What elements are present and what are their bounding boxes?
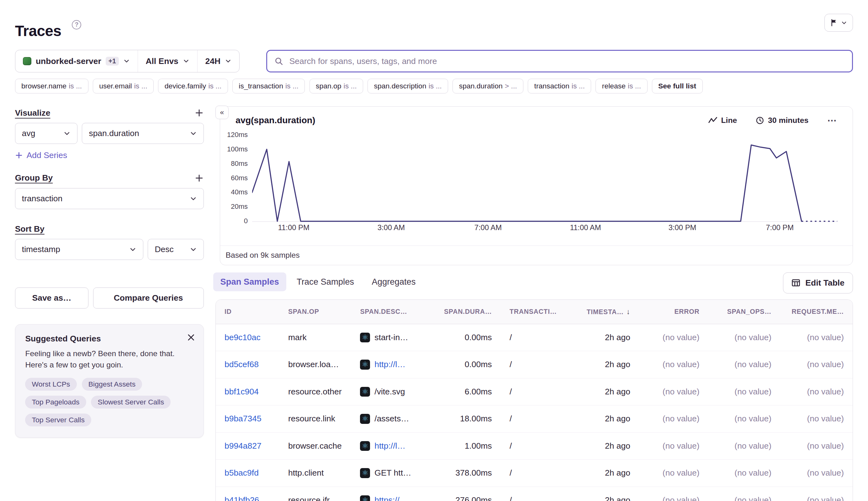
filter-chip-span.op[interactable]: span.opis ... <box>309 79 363 94</box>
edit-table-button[interactable]: Edit Table <box>783 273 853 294</box>
filter-chip-op: is ... <box>344 82 357 90</box>
table-row: b9ba7345resource.link⚛/assets…18.00ms/2h… <box>216 405 853 433</box>
cell-timestamp: 2h ago <box>573 333 639 342</box>
field-select[interactable]: span.duration <box>82 123 203 144</box>
column-header-span-op[interactable]: SPAN.OP <box>279 308 351 316</box>
timestamp-text[interactable]: 2h ago <box>605 441 630 451</box>
span-id-link[interactable]: b5bac9fd <box>224 468 259 478</box>
project-selector[interactable]: unborked-server +1 <box>15 50 138 72</box>
filter-chip-key: transaction <box>534 82 570 90</box>
timestamp-text[interactable]: 2h ago <box>605 387 630 397</box>
suggested-query-chip[interactable]: Top Pageloads <box>25 396 86 408</box>
filter-chip-is_transaction[interactable]: is_transactionis ... <box>232 79 305 94</box>
filter-chip-transaction[interactable]: transactionis ... <box>528 79 591 94</box>
cell-span-duration: 378.00ms <box>426 468 501 478</box>
chart-type-button[interactable]: Line <box>705 115 740 125</box>
filter-chip-user.email[interactable]: user.emailis ... <box>93 79 154 94</box>
column-header-span-dura-[interactable]: SPAN.DURA… <box>426 308 501 316</box>
sort-desc-icon[interactable]: ↓ <box>626 308 630 316</box>
add-visualize-button[interactable] <box>195 108 203 117</box>
column-header-request-me-[interactable]: REQUEST.ME… <box>780 308 853 316</box>
cell-span-duration: 0.00ms <box>426 333 501 342</box>
date-range-label: 24H <box>205 56 221 66</box>
span-description-text[interactable]: http://l… <box>374 360 405 369</box>
suggested-query-chip[interactable]: Slowest Server Calls <box>91 396 171 408</box>
timestamp-text[interactable]: 2h ago <box>605 360 630 369</box>
chevron-down-icon <box>841 20 847 26</box>
span-description-text[interactable]: http://l… <box>374 441 405 451</box>
field-value: span.duration <box>89 129 139 138</box>
timestamp-text[interactable]: 2h ago <box>605 495 630 501</box>
suggested-query-chip[interactable]: Biggest Assets <box>82 378 142 391</box>
y-axis-label: 100ms <box>221 145 248 153</box>
chart-controls: Line 30 minutes ⋯ <box>705 115 840 127</box>
cell-span-op: resource.ifra… <box>279 495 351 501</box>
timestamp-text[interactable]: 2h ago <box>605 468 630 478</box>
cell-span-description: ⚛/assets… <box>351 414 426 424</box>
column-header-label: SPAN.DURA… <box>444 308 492 315</box>
help-icon[interactable]: ? <box>72 20 81 30</box>
react-icon: ⚛ <box>360 495 370 501</box>
filter-chip-browser.name[interactable]: browser.nameis ... <box>15 79 88 94</box>
flag-dropdown-button[interactable] <box>824 14 853 31</box>
add-group-by-button[interactable] <box>195 174 203 182</box>
add-series-button[interactable]: Add Series <box>15 150 67 160</box>
filter-chip-device.family[interactable]: device.familyis ... <box>158 79 228 94</box>
span-description-text[interactable]: https://… <box>374 495 407 501</box>
timestamp-text[interactable]: 2h ago <box>605 333 630 342</box>
cell-request-method: (no value) <box>780 333 853 342</box>
sort-field-value: timestamp <box>22 245 60 254</box>
aggregate-select[interactable]: avg <box>15 123 77 144</box>
filter-chip-key: user.email <box>99 82 132 90</box>
span-description-text: start-in… <box>374 333 408 342</box>
environment-selector[interactable]: All Envs <box>138 50 197 72</box>
column-header-error[interactable]: ERROR <box>639 308 708 316</box>
filter-chip-span.duration[interactable]: span.duration> ... <box>453 79 523 94</box>
see-full-list-chip[interactable]: See full list <box>652 79 703 94</box>
clock-icon <box>756 116 764 125</box>
span-id-link[interactable]: b41bfb26 <box>224 495 259 501</box>
save-as-button[interactable]: Save as… <box>15 288 89 309</box>
visualize-row: avg span.duration <box>15 123 204 144</box>
plus-icon <box>15 151 23 159</box>
sort-field-select[interactable]: timestamp <box>15 239 144 260</box>
search-input[interactable] <box>288 56 845 67</box>
interval-button[interactable]: 30 minutes <box>753 115 812 125</box>
suggested-query-chip[interactable]: Worst LCPs <box>25 378 76 391</box>
group-by-label: Group By <box>15 173 53 183</box>
collapse-sidebar-button[interactable]: « <box>215 106 229 119</box>
span-id-link[interactable]: bd5cef68 <box>224 360 259 369</box>
cell-span-ops: (no value) <box>708 387 780 397</box>
filter-chip-release[interactable]: releaseis ... <box>595 79 647 94</box>
group-by-select[interactable]: transaction <box>15 188 204 209</box>
column-header-timesta-[interactable]: TIMESTA…↓ <box>573 308 639 316</box>
close-button[interactable] <box>186 332 196 345</box>
column-header-label: SPAN.OP <box>288 308 319 315</box>
y-axis-label: 120ms <box>221 130 248 139</box>
span-id-link[interactable]: b994a827 <box>224 441 262 450</box>
date-range-selector[interactable]: 24H <box>197 50 239 72</box>
column-header-span-ops-[interactable]: SPAN_OPS… <box>708 308 780 316</box>
timestamp-text[interactable]: 2h ago <box>605 414 630 424</box>
compare-queries-button[interactable]: Compare Queries <box>93 288 204 309</box>
column-header-transacti-[interactable]: TRANSACTI… <box>501 308 573 316</box>
filter-chip-op: > ... <box>505 82 517 90</box>
sort-direction-select[interactable]: Desc <box>148 239 203 260</box>
span-id-link[interactable]: be9c10ac <box>224 333 261 342</box>
collapse-icon: « <box>220 108 224 117</box>
tab-aggregates[interactable]: Aggregates <box>365 273 423 291</box>
filter-chip-span.description[interactable]: span.descriptionis ... <box>368 79 448 94</box>
column-header-id[interactable]: ID <box>216 308 279 316</box>
tab-trace-samples[interactable]: Trace Samples <box>289 273 361 291</box>
span-id-link[interactable]: b9ba7345 <box>224 414 262 423</box>
column-header-span-desc-[interactable]: SPAN.DESC… <box>351 308 426 316</box>
span-id-link[interactable]: bbf1c904 <box>224 387 259 396</box>
cell-request-method: (no value) <box>780 387 853 397</box>
cell-id: be9c10ac <box>216 333 279 342</box>
cell-transaction: / <box>501 414 573 424</box>
cell-id: b994a827 <box>216 441 279 451</box>
filter-chip-op: is ... <box>285 82 298 90</box>
suggested-query-chip[interactable]: Top Server Calls <box>25 414 91 426</box>
overflow-menu-icon[interactable]: ⋯ <box>824 115 841 127</box>
tab-span-samples[interactable]: Span Samples <box>213 273 286 291</box>
